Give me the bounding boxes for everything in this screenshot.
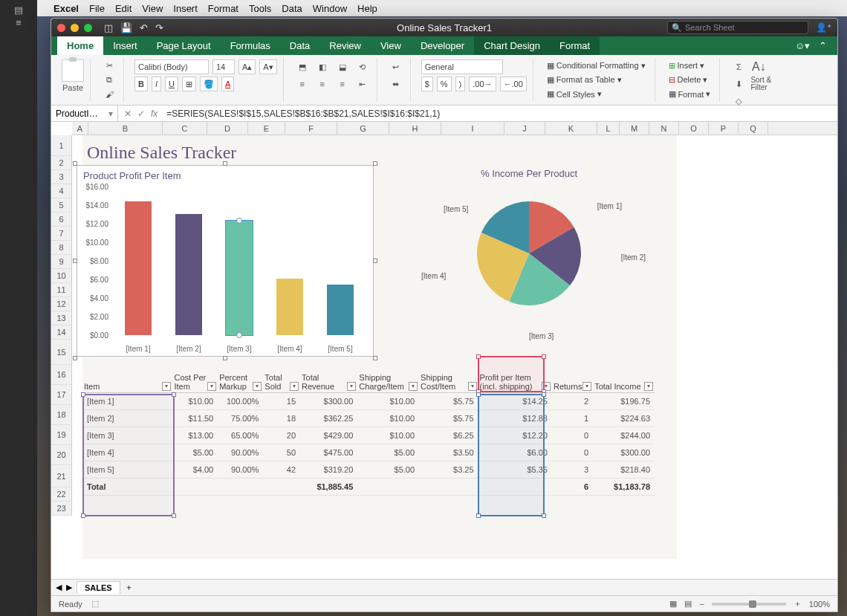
table-cell[interactable]: 42	[263, 461, 300, 478]
tab-page-layout[interactable]: Page Layout	[147, 36, 221, 55]
italic-button[interactable]: I	[152, 77, 161, 91]
align-center-icon[interactable]: ≡	[314, 77, 331, 91]
table-cell[interactable]: 65.00%	[218, 427, 263, 444]
tab-formulas[interactable]: Formulas	[221, 36, 280, 55]
view-normal-icon[interactable]: ▦	[669, 599, 677, 609]
table-cell[interactable]: 2	[552, 392, 593, 409]
row-header[interactable]: 7	[51, 227, 72, 241]
table-header[interactable]: Total Income▾	[593, 370, 655, 392]
bar-series-item[interactable]	[226, 221, 253, 335]
zoom-slider[interactable]	[712, 603, 786, 606]
row-header[interactable]: 6	[51, 213, 72, 227]
table-cell[interactable]: 0	[552, 427, 593, 444]
tab-nav-next-icon[interactable]: ▶	[66, 583, 72, 592]
align-middle-icon[interactable]: ◧	[314, 59, 331, 74]
col-header[interactable]: I	[441, 122, 504, 134]
filter-icon[interactable]: ▾	[582, 382, 591, 391]
filter-icon[interactable]: ▾	[542, 382, 551, 391]
filter-icon[interactable]: ▾	[207, 382, 216, 391]
table-cell[interactable]: 75.00%	[218, 409, 263, 427]
row-header[interactable]: 13	[51, 311, 72, 325]
col-header[interactable]: E	[248, 122, 285, 134]
add-sheet-button[interactable]: ＋	[125, 582, 133, 593]
increase-decimal-icon[interactable]: .00→	[469, 77, 496, 91]
decrease-font-icon[interactable]: A▾	[259, 59, 276, 74]
align-left-icon[interactable]: ≡	[294, 77, 311, 91]
table-total-row[interactable]: Total$1,885.456$1,183.78	[82, 478, 655, 495]
row-header[interactable]: 17	[51, 385, 72, 405]
menu-view[interactable]: View	[142, 3, 163, 14]
table-cell[interactable]: $3.25	[419, 461, 478, 478]
zoom-in-icon[interactable]: ＋	[794, 598, 802, 609]
wrap-text-icon[interactable]: ↩	[388, 59, 404, 74]
table-cell[interactable]: $319.20	[300, 461, 357, 478]
col-header[interactable]: A	[72, 122, 88, 134]
table-cell[interactable]: 90.00%	[218, 444, 263, 461]
table-cell[interactable]: $218.40	[593, 461, 655, 478]
number-format-select[interactable]: General	[421, 59, 503, 74]
filter-icon[interactable]: ▾	[253, 382, 262, 391]
col-header[interactable]: D	[207, 122, 248, 134]
row-header[interactable]: 1	[51, 135, 72, 156]
table-cell[interactable]: 50	[263, 444, 300, 461]
col-header[interactable]: B	[88, 122, 163, 134]
format-as-table-button[interactable]: ▦Format as Table ▾	[544, 74, 649, 85]
paste-label[interactable]: Paste	[62, 83, 83, 92]
col-header[interactable]: L	[597, 122, 620, 134]
table-cell[interactable]: $429.00	[300, 427, 357, 444]
table-cell[interactable]: $5.75	[419, 392, 478, 409]
row-header[interactable]: 19	[51, 425, 72, 445]
bar-series-item[interactable]	[327, 285, 354, 335]
col-header[interactable]: N	[649, 122, 679, 134]
pie-chart[interactable]: % Income Per Product [Item 1] [Item 2] […	[392, 168, 666, 354]
cancel-formula-icon[interactable]: ✕	[124, 108, 132, 119]
insert-cells-button[interactable]: ⊞Insert ▾	[666, 59, 714, 71]
filter-icon[interactable]: ▾	[409, 382, 418, 391]
table-header[interactable]: Returns▾	[552, 370, 593, 392]
sort-filter-icon[interactable]: A↓	[750, 59, 767, 74]
table-row[interactable]: [Item 4]$5.0090.00%50$475.00$5.00$3.50$6…	[82, 444, 655, 461]
merge-cells-icon[interactable]: ⬌	[388, 77, 404, 91]
macro-record-icon[interactable]: ⬚	[91, 599, 99, 609]
view-page-icon[interactable]: ▤	[684, 599, 692, 609]
table-header[interactable]: Cost Per Item▾	[172, 370, 218, 392]
decrease-decimal-icon[interactable]: ←.00	[500, 77, 527, 91]
col-header[interactable]: O	[679, 122, 709, 134]
bar-series-item[interactable]	[276, 279, 303, 335]
border-button[interactable]: ⊞	[182, 77, 196, 91]
row-header[interactable]: 9	[51, 255, 72, 269]
orientation-icon[interactable]: ⟲	[354, 59, 371, 74]
currency-icon[interactable]: $	[421, 77, 433, 91]
col-header[interactable]: J	[504, 122, 545, 134]
menu-window[interactable]: Window	[313, 3, 347, 14]
align-bottom-icon[interactable]: ⬓	[334, 59, 351, 74]
col-header[interactable]: C	[163, 122, 207, 134]
table-cell[interactable]: $300.00	[593, 444, 655, 461]
search-sheet-input[interactable]: 🔍 Search Sheet	[667, 21, 808, 34]
page-icon[interactable]: ▤	[14, 4, 23, 16]
table-row[interactable]: [Item 1]$10.00100.00%15$300.00$10.00$5.7…	[82, 392, 655, 409]
fill-icon[interactable]: ⬇	[730, 77, 747, 91]
autosum-icon[interactable]: Σ	[730, 59, 747, 74]
underline-button[interactable]: U	[165, 77, 178, 91]
bold-button[interactable]: B	[134, 77, 148, 91]
name-box[interactable]: ProductI…▾	[51, 106, 118, 121]
undo-icon[interactable]: ↶	[140, 22, 148, 33]
zoom-value[interactable]: 100%	[809, 600, 830, 609]
font-name-select[interactable]: Calibri (Body)	[134, 59, 209, 74]
col-header[interactable]: M	[620, 122, 649, 134]
col-header[interactable]: F	[285, 122, 337, 134]
table-cell[interactable]: $10.00	[357, 427, 419, 444]
row-header[interactable]: 2	[51, 156, 72, 170]
table-header[interactable]: Shipping Charge/Item▾	[357, 370, 419, 392]
format-cells-button[interactable]: ▦Format ▾	[666, 88, 714, 100]
format-painter-icon[interactable]: 🖌	[101, 88, 117, 100]
zoom-out-icon[interactable]: −	[699, 600, 704, 609]
table-cell[interactable]: $10.00	[357, 392, 419, 409]
comma-icon[interactable]: )	[455, 77, 466, 91]
table-cell[interactable]: $10.00	[357, 409, 419, 427]
filter-icon[interactable]: ▾	[468, 382, 477, 391]
menu-format[interactable]: Format	[208, 3, 238, 14]
table-cell[interactable]: $244.00	[593, 427, 655, 444]
table-cell[interactable]: [Item 2]	[82, 409, 172, 427]
